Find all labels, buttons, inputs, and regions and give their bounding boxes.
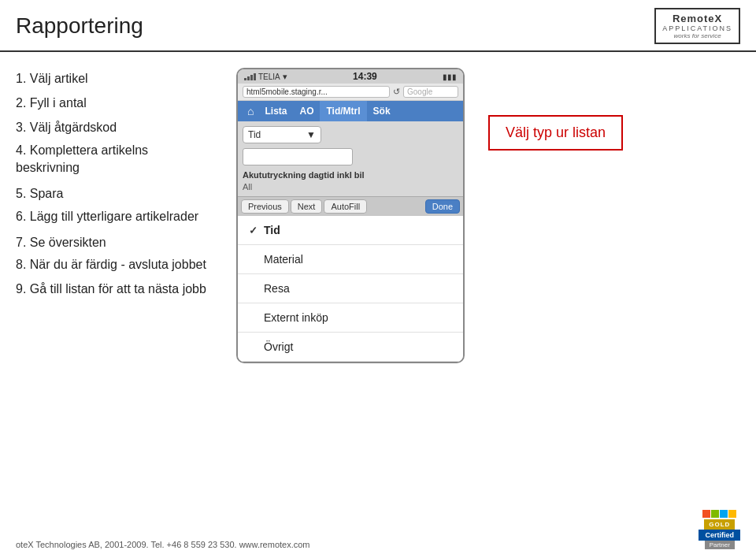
list-item: 1. Välj artikel: [16, 68, 213, 89]
ms-badge: GOLD Certified Partner: [699, 510, 740, 549]
main-content: 1. Välj artikel 2. Fyll i antal 3. Välj …: [0, 52, 756, 554]
ms-square-green: [711, 510, 719, 518]
ms-square-blue: [720, 510, 728, 518]
nav-tab-tidmtrl[interactable]: Tid/Mtrl: [320, 101, 366, 121]
logo-area: RemoteX APPLICATIONS works for service: [654, 8, 740, 44]
ms-logo: [702, 510, 736, 518]
url-input[interactable]: html5mobile.staging.r...: [243, 86, 390, 98]
dropdown-item-externt[interactable]: ✓ Externt inköp: [238, 303, 463, 333]
form-description-label: Akututryckning dagtid inkl bil: [243, 170, 458, 180]
logo-remotex: RemoteX: [662, 13, 732, 24]
left-panel: 1. Välj artikel 2. Fyll i antal 3. Välj …: [16, 68, 228, 551]
nav-tab-ao[interactable]: AO: [293, 101, 320, 121]
next-button[interactable]: Next: [291, 199, 323, 214]
wifi-icon: ▾: [283, 72, 287, 82]
logo-tagline: works for service: [662, 32, 732, 39]
step-num: 7.: [16, 236, 26, 249]
signal-bar-3: [250, 75, 253, 80]
list-item: 2. Fyll i antal: [16, 92, 213, 113]
right-panel: Välj typ ur listan: [472, 68, 740, 551]
ms-square-yellow: [728, 510, 736, 518]
phone-time: 14:39: [353, 71, 377, 82]
dropdown-item-label: Resa: [264, 282, 290, 295]
list-item: 5. Spara: [16, 183, 213, 204]
phone-status-bar: TELIA ▾ 14:39 ▮▮▮: [238, 69, 463, 84]
step-num: 5.: [16, 187, 26, 200]
list-item: 4. Komplettera artikelns beskrivning: [16, 142, 213, 177]
step-num: 9.: [16, 282, 26, 296]
carrier-name: TELIA: [258, 73, 280, 81]
phone-form: Tid ▼ Akututryckning dagtid inkl bil All: [238, 121, 463, 196]
dropdown-item-label: Externt inköp: [264, 311, 328, 324]
annotation-box: Välj typ ur listan: [488, 115, 623, 151]
dropdown-label: Tid: [248, 129, 261, 140]
step-num: 4.: [16, 143, 26, 157]
reload-button[interactable]: ↺: [393, 87, 400, 97]
list-item: 3. Välj åtgärdskod: [16, 117, 213, 138]
signal-bar-4: [254, 73, 256, 80]
dropdown-item-tid[interactable]: ✓ Tid: [238, 216, 463, 245]
logo-box: RemoteX APPLICATIONS works for service: [654, 8, 740, 44]
footer-text: oteX Technologies AB, 2001-2009. Tel. +4…: [16, 540, 310, 549]
phone-dropdown-list: ✓ Tid ✓ Material ✓ Resa ✓ Externt inköp …: [238, 216, 463, 362]
checkmark-icon: ✓: [249, 225, 258, 236]
nav-tab-lista[interactable]: Lista: [258, 101, 293, 121]
phone-url-bar: html5mobile.staging.r... ↺ Google: [238, 84, 463, 101]
dropdown-item-label: Tid: [264, 224, 280, 236]
autofill-button[interactable]: AutoFill: [324, 199, 367, 214]
nav-tab-sok[interactable]: Sök: [367, 101, 397, 121]
phone-signal: TELIA ▾: [244, 72, 287, 82]
list-item: 6. Lägg till ytterligare artikelrader: [16, 208, 213, 225]
page-title: Rapportering: [16, 13, 143, 39]
form-description-sub: All: [243, 182, 458, 191]
header: Rapportering RemoteX APPLICATIONS works …: [0, 0, 756, 52]
dropdown-arrow-icon: ▼: [306, 129, 316, 140]
dropdown-item-resa[interactable]: ✓ Resa: [238, 274, 463, 303]
dropdown-item-label: Övrigt: [264, 340, 293, 353]
phone-battery: ▮▮▮: [443, 73, 457, 81]
signal-bar-2: [247, 76, 250, 80]
step-num: 1.: [16, 72, 26, 85]
step-num: 3.: [16, 121, 26, 134]
form-dropdown[interactable]: Tid ▼: [243, 126, 321, 143]
logo-applications: APPLICATIONS: [662, 24, 732, 32]
phone-nav: ⌂ Lista AO Tid/Mtrl Sök: [238, 101, 463, 121]
dropdown-item-label: Material: [264, 253, 303, 266]
ms-certified-label: Certified: [699, 530, 740, 541]
ms-square-red: [702, 510, 710, 518]
footer: oteX Technologies AB, 2001-2009. Tel. +4…: [0, 510, 756, 549]
previous-button[interactable]: Previous: [241, 199, 289, 214]
dropdown-item-ovrigt[interactable]: ✓ Övrigt: [238, 333, 463, 362]
ms-partner-label: Partner: [705, 541, 735, 549]
step-list: 1. Välj artikel 2. Fyll i antal 3. Välj …: [16, 68, 213, 298]
nav-home-button[interactable]: ⌂: [243, 101, 258, 121]
center-panel: TELIA ▾ 14:39 ▮▮▮ html5mobile.staging.r.…: [228, 68, 472, 551]
dropdown-item-material[interactable]: ✓ Material: [238, 245, 463, 274]
phone-mockup: TELIA ▾ 14:39 ▮▮▮ html5mobile.staging.r.…: [236, 68, 465, 363]
list-item: 9. Gå till listan för att ta nästa jobb: [16, 281, 213, 298]
google-search-input[interactable]: Google: [403, 86, 458, 98]
signal-bars: [244, 73, 256, 80]
ms-gold-label: GOLD: [704, 519, 735, 530]
keyboard-toolbar: Previous Next AutoFill Done: [238, 196, 463, 216]
step-num: 2.: [16, 96, 26, 110]
list-item: 8. När du är färdig - avsluta jobbet: [16, 256, 213, 273]
step-num: 6.: [16, 210, 26, 223]
done-button[interactable]: Done: [425, 199, 460, 214]
form-text-input[interactable]: [243, 148, 353, 165]
step-num: 8.: [16, 258, 26, 271]
list-item: 7. Se översikten: [16, 232, 213, 253]
signal-bar-1: [244, 78, 246, 80]
annotation-text: Välj typ ur listan: [506, 125, 606, 140]
